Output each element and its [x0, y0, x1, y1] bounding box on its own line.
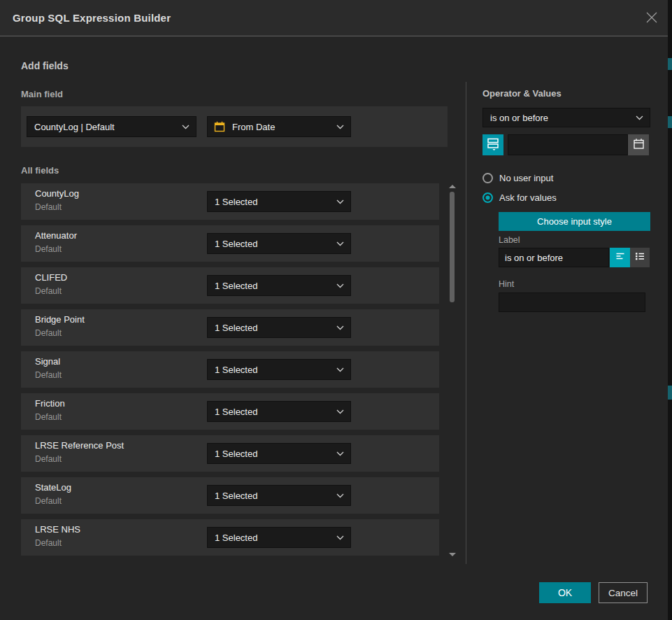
close-button[interactable] — [644, 11, 659, 27]
field-selection-value: 1 Selected — [208, 449, 336, 459]
list-input-style-button[interactable] — [630, 248, 650, 267]
ok-label: OK — [558, 587, 572, 598]
field-row-friction: Friction Default 1 Selected — [21, 393, 439, 430]
field-row-countylog: CountyLog Default 1 Selected — [21, 183, 439, 220]
radio-off-icon — [482, 173, 493, 183]
dialog-title: Group SQL Expression Builder — [13, 0, 171, 36]
field-name: CLIFED — [35, 272, 67, 283]
background-accent-segment — [668, 116, 672, 128]
panel-divider — [466, 82, 466, 564]
chevron-down-icon — [336, 241, 344, 246]
chevron-down-icon — [636, 115, 643, 120]
field-selection-value: 1 Selected — [208, 197, 336, 207]
field-sublabel: Default — [35, 328, 62, 338]
date-value-input[interactable] — [508, 134, 628, 155]
radio-label: Ask for values — [499, 192, 557, 203]
field-sublabel: Default — [35, 496, 62, 506]
scrollbar-thumb[interactable] — [450, 192, 455, 302]
field-name: CountyLog — [35, 188, 79, 199]
field-name: Attenuator — [35, 230, 77, 241]
dialog-header: Group SQL Expression Builder — [0, 0, 668, 36]
close-icon — [645, 11, 658, 27]
field-row-clifed: CLIFED Default 1 Selected — [21, 267, 439, 304]
calendar-icon — [633, 138, 645, 153]
field-selection-select[interactable]: 1 Selected — [207, 485, 351, 506]
hint-field-label: Hint — [499, 279, 514, 289]
calendar-icon — [214, 121, 225, 132]
chevron-down-icon — [182, 125, 190, 129]
main-source-value: CountyLog | Default — [27, 122, 182, 132]
chevron-down-icon — [336, 199, 344, 204]
field-selection-select[interactable]: 1 Selected — [207, 443, 351, 464]
ok-button[interactable]: OK — [539, 582, 591, 603]
field-selection-value: 1 Selected — [208, 491, 336, 501]
field-sublabel: Default — [35, 244, 62, 254]
text-input-style-button[interactable] — [610, 248, 630, 267]
main-source-select[interactable]: CountyLog | Default — [27, 116, 196, 137]
chevron-down-icon — [336, 325, 344, 330]
field-name: LRSE Reference Post — [35, 440, 124, 451]
field-selection-select[interactable]: 1 Selected — [207, 527, 351, 548]
chevron-down-icon — [336, 367, 344, 372]
radio-on-icon — [482, 192, 493, 203]
radio-no-user-input[interactable]: No user input — [482, 172, 553, 183]
main-date-field-select[interactable]: From Date — [207, 116, 351, 137]
field-name: Friction — [35, 398, 65, 409]
field-selection-value: 1 Selected — [208, 281, 336, 291]
field-selection-select[interactable]: 1 Selected — [207, 191, 351, 212]
unique-values-button[interactable] — [482, 134, 503, 155]
main-date-field-value: From Date — [225, 122, 336, 132]
field-sublabel: Default — [35, 538, 62, 548]
operator-value: is on or before — [483, 113, 636, 123]
chevron-down-icon — [336, 283, 344, 288]
field-name: Bridge Point — [35, 314, 85, 325]
label-input[interactable] — [499, 248, 609, 267]
radio-ask-for-values[interactable]: Ask for values — [482, 192, 557, 203]
cancel-button[interactable]: Cancel — [599, 582, 648, 603]
field-row-attenuator: Attenuator Default 1 Selected — [21, 225, 439, 262]
field-selection-select[interactable]: 1 Selected — [207, 317, 351, 338]
field-selection-value: 1 Selected — [208, 407, 336, 417]
field-selection-select[interactable]: 1 Selected — [207, 359, 351, 380]
field-name: StateLog — [35, 482, 71, 493]
list-icon — [634, 250, 646, 265]
field-name: Signal — [35, 356, 60, 367]
unique-values-icon — [486, 136, 500, 153]
field-row-lrse-reference-post: LRSE Reference Post Default 1 Selected — [21, 435, 439, 472]
field-row-lrse-nhs: LRSE NHS Default 1 Selected — [21, 519, 439, 556]
chevron-down-icon — [336, 409, 344, 414]
field-sublabel: Default — [35, 286, 62, 296]
field-selection-select[interactable]: 1 Selected — [207, 275, 351, 296]
background-accent-segment — [668, 386, 672, 400]
field-selection-value: 1 Selected — [208, 239, 336, 249]
field-row-statelog: StateLog Default 1 Selected — [21, 477, 439, 514]
chevron-down-icon — [336, 451, 344, 456]
field-sublabel: Default — [35, 412, 62, 422]
operator-values-heading: Operator & Values — [482, 88, 562, 99]
field-row-signal: Signal Default 1 Selected — [21, 351, 439, 388]
field-selection-value: 1 Selected — [208, 533, 336, 543]
operator-select[interactable]: is on or before — [482, 108, 650, 127]
field-sublabel: Default — [35, 202, 62, 212]
align-left-icon — [614, 250, 627, 265]
label-field-label: Label — [499, 235, 520, 245]
choose-input-style-button[interactable]: Choose input style — [499, 212, 650, 231]
field-selection-value: 1 Selected — [208, 323, 336, 333]
background-page-edge — [668, 0, 672, 620]
cancel-label: Cancel — [608, 588, 638, 598]
background-accent-segment — [668, 58, 672, 70]
date-picker-button[interactable] — [628, 134, 649, 155]
chevron-down-icon — [336, 535, 344, 540]
field-sublabel: Default — [35, 454, 62, 464]
hint-input[interactable] — [499, 293, 645, 312]
field-selection-value: 1 Selected — [208, 365, 336, 375]
add-fields-heading: Add fields — [21, 60, 69, 71]
main-field-heading: Main field — [21, 89, 63, 99]
scrollbar-down-arrow[interactable] — [449, 553, 456, 556]
choose-input-style-label: Choose input style — [537, 216, 612, 227]
scrollbar-up-arrow[interactable] — [449, 185, 456, 188]
field-selection-select[interactable]: 1 Selected — [207, 233, 351, 254]
field-selection-select[interactable]: 1 Selected — [207, 401, 351, 422]
field-sublabel: Default — [35, 370, 62, 380]
all-fields-heading: All fields — [21, 165, 59, 176]
